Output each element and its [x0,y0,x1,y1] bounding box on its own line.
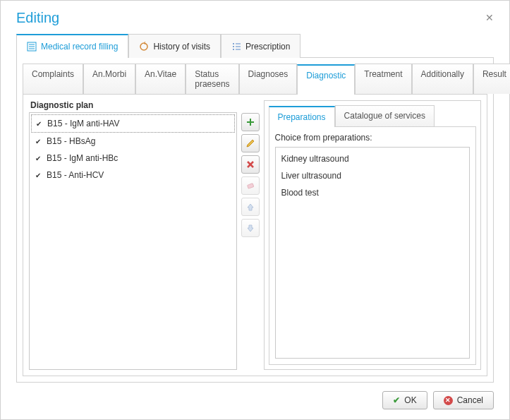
list-numbered-icon [231,42,241,52]
move-up-button[interactable] [241,198,260,216]
list-item[interactable]: Kidney ultrasound [279,150,467,167]
svg-point-9 [233,49,234,50]
action-buttons-column [241,100,260,370]
svg-point-5 [233,43,234,44]
arrow-down-icon [245,223,255,233]
check-icon: ✔ [35,172,41,179]
ok-button[interactable]: ✔ OK [382,391,427,409]
list-item[interactable]: ✔ B15 - IgM anti-HAV [31,114,235,133]
sub-tabs: Preparations Catalogue of services [269,105,477,126]
cancel-icon: ✕ [444,396,453,405]
dialog-footer: ✔ OK ✕ Cancel [1,391,509,420]
preparations-column: Preparations Catalogue of services Choic… [264,100,482,370]
choice-label: Choice from preparations: [275,133,470,143]
close-icon[interactable]: ✕ [482,9,497,26]
list-item[interactable]: ✔ B15 - HBsAg [31,133,235,150]
list-item-label: B15 - HBsAg [47,136,95,146]
document-lines-icon [27,42,37,52]
tab-prescription[interactable]: Prescription [221,34,300,58]
tab-diagnoses[interactable]: Diagnoses [239,64,298,94]
tab-complaints[interactable]: Complaints [23,64,83,94]
tab-history-of-visits[interactable]: History of visits [128,34,221,58]
diagnostic-plan-list[interactable]: ✔ B15 - IgM anti-HAV ✔ B15 - HBsAg ✔ B15… [29,112,237,370]
eraser-icon [245,181,255,191]
x-icon [245,160,255,169]
tab-label: Prescription [245,42,290,52]
arrow-up-icon [245,202,255,212]
editing-dialog: Editing ✕ Medical record filling History… [0,0,510,420]
delete-button[interactable] [241,155,260,174]
list-item[interactable]: Blood test [279,184,467,201]
inner-tabs: Complaints An.Morbi An.Vitae Status prae… [23,64,487,94]
list-item-label: B15 - Anti-HCV [47,170,104,180]
cancel-button[interactable]: ✕ Cancel [433,391,494,409]
svg-point-7 [233,46,234,47]
tab-result[interactable]: Result [473,64,510,94]
window-title: Editing [16,10,59,26]
tab-catalogue-of-services[interactable]: Catalogue of services [335,105,435,126]
refresh-icon [139,42,149,52]
list-item[interactable]: ✔ B15 - IgM anti-HBc [31,150,235,167]
move-down-button[interactable] [241,219,260,237]
diagnostic-plan-title: Diagnostic plan [29,100,237,110]
list-item[interactable]: Liver ultrasound [279,167,467,184]
svg-point-4 [140,43,147,50]
tab-additionally[interactable]: Additionally [412,64,473,94]
outer-tabs: Medical record filling History of visits… [16,33,494,57]
erase-button[interactable] [241,176,260,195]
check-icon: ✔ [35,138,41,145]
list-item-label: B15 - IgM anti-HBc [47,153,118,163]
svg-rect-15 [247,184,253,188]
diagnostic-panel: Diagnostic plan ✔ B15 - IgM anti-HAV ✔ B… [23,94,487,376]
tab-label: History of visits [153,42,210,52]
tab-an-morbi[interactable]: An.Morbi [83,64,135,94]
diagnostic-plan-column: Diagnostic plan ✔ B15 - IgM anti-HAV ✔ B… [29,100,237,370]
plus-icon [245,117,255,127]
list-item-label: B15 - IgM anti-HAV [47,119,119,128]
button-label: OK [404,395,416,405]
main-panel: Complaints An.Morbi An.Vitae Status prae… [16,57,494,383]
preparations-list[interactable]: Kidney ultrasound Liver ultrasound Blood… [275,147,470,359]
tab-treatment[interactable]: Treatment [355,64,411,94]
tab-an-vitae[interactable]: An.Vitae [135,64,186,94]
list-item[interactable]: ✔ B15 - Anti-HCV [31,167,235,184]
preparations-panel: Choice from preparations: Kidney ultraso… [269,126,477,365]
pencil-icon [245,138,255,148]
check-icon: ✔ [393,395,400,405]
check-icon: ✔ [36,120,42,128]
add-button[interactable] [241,113,260,131]
tab-diagnostic[interactable]: Diagnostic [297,64,355,95]
button-label: Cancel [457,395,483,405]
tab-medical-record-filling[interactable]: Medical record filling [16,34,128,58]
tab-label: Medical record filling [41,42,118,52]
title-bar: Editing ✕ [1,1,509,33]
edit-button[interactable] [241,134,260,152]
check-icon: ✔ [35,155,41,162]
tab-preparations[interactable]: Preparations [269,106,335,127]
tab-status-praesens[interactable]: Status praesens [186,64,238,94]
